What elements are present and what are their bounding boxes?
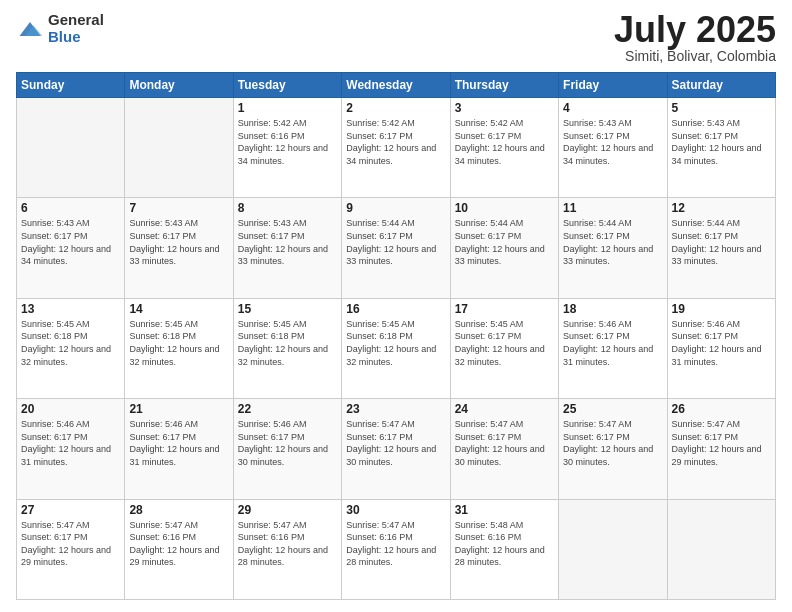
header-saturday: Saturday [667,73,775,98]
calendar-cell: 23Sunrise: 5:47 AM Sunset: 6:17 PM Dayli… [342,399,450,499]
day-number: 4 [563,101,662,115]
calendar-cell: 17Sunrise: 5:45 AM Sunset: 6:17 PM Dayli… [450,298,558,398]
day-info: Sunrise: 5:46 AM Sunset: 6:17 PM Dayligh… [672,318,771,368]
month-title: July 2025 [614,12,776,48]
logo-text: General Blue [48,12,104,45]
day-info: Sunrise: 5:43 AM Sunset: 6:17 PM Dayligh… [129,217,228,267]
calendar-cell: 24Sunrise: 5:47 AM Sunset: 6:17 PM Dayli… [450,399,558,499]
day-info: Sunrise: 5:45 AM Sunset: 6:17 PM Dayligh… [455,318,554,368]
day-number: 5 [672,101,771,115]
day-number: 29 [238,503,337,517]
day-info: Sunrise: 5:44 AM Sunset: 6:17 PM Dayligh… [672,217,771,267]
day-number: 31 [455,503,554,517]
day-info: Sunrise: 5:42 AM Sunset: 6:16 PM Dayligh… [238,117,337,167]
calendar-cell: 1Sunrise: 5:42 AM Sunset: 6:16 PM Daylig… [233,98,341,198]
day-info: Sunrise: 5:43 AM Sunset: 6:17 PM Dayligh… [21,217,120,267]
header-sunday: Sunday [17,73,125,98]
day-number: 7 [129,201,228,215]
calendar-cell: 25Sunrise: 5:47 AM Sunset: 6:17 PM Dayli… [559,399,667,499]
day-info: Sunrise: 5:44 AM Sunset: 6:17 PM Dayligh… [455,217,554,267]
day-info: Sunrise: 5:44 AM Sunset: 6:17 PM Dayligh… [346,217,445,267]
calendar-cell: 27Sunrise: 5:47 AM Sunset: 6:17 PM Dayli… [17,499,125,599]
calendar-cell: 13Sunrise: 5:45 AM Sunset: 6:18 PM Dayli… [17,298,125,398]
day-number: 14 [129,302,228,316]
header: General Blue July 2025 Simiti, Bolivar, … [16,12,776,64]
day-number: 6 [21,201,120,215]
calendar: Sunday Monday Tuesday Wednesday Thursday… [16,72,776,600]
day-info: Sunrise: 5:43 AM Sunset: 6:17 PM Dayligh… [672,117,771,167]
calendar-cell: 28Sunrise: 5:47 AM Sunset: 6:16 PM Dayli… [125,499,233,599]
day-number: 3 [455,101,554,115]
calendar-cell: 11Sunrise: 5:44 AM Sunset: 6:17 PM Dayli… [559,198,667,298]
calendar-cell: 8Sunrise: 5:43 AM Sunset: 6:17 PM Daylig… [233,198,341,298]
calendar-cell [559,499,667,599]
calendar-cell: 22Sunrise: 5:46 AM Sunset: 6:17 PM Dayli… [233,399,341,499]
day-number: 28 [129,503,228,517]
calendar-cell: 12Sunrise: 5:44 AM Sunset: 6:17 PM Dayli… [667,198,775,298]
day-info: Sunrise: 5:47 AM Sunset: 6:16 PM Dayligh… [346,519,445,569]
day-info: Sunrise: 5:43 AM Sunset: 6:17 PM Dayligh… [238,217,337,267]
title-block: July 2025 Simiti, Bolivar, Colombia [614,12,776,64]
day-number: 2 [346,101,445,115]
day-number: 15 [238,302,337,316]
calendar-cell: 29Sunrise: 5:47 AM Sunset: 6:16 PM Dayli… [233,499,341,599]
day-info: Sunrise: 5:48 AM Sunset: 6:16 PM Dayligh… [455,519,554,569]
day-info: Sunrise: 5:47 AM Sunset: 6:16 PM Dayligh… [129,519,228,569]
week-row-2: 6Sunrise: 5:43 AM Sunset: 6:17 PM Daylig… [17,198,776,298]
day-info: Sunrise: 5:45 AM Sunset: 6:18 PM Dayligh… [21,318,120,368]
day-info: Sunrise: 5:45 AM Sunset: 6:18 PM Dayligh… [238,318,337,368]
logo: General Blue [16,12,104,45]
week-row-4: 20Sunrise: 5:46 AM Sunset: 6:17 PM Dayli… [17,399,776,499]
day-info: Sunrise: 5:43 AM Sunset: 6:17 PM Dayligh… [563,117,662,167]
day-number: 27 [21,503,120,517]
header-friday: Friday [559,73,667,98]
calendar-cell: 4Sunrise: 5:43 AM Sunset: 6:17 PM Daylig… [559,98,667,198]
week-row-3: 13Sunrise: 5:45 AM Sunset: 6:18 PM Dayli… [17,298,776,398]
day-number: 11 [563,201,662,215]
day-number: 21 [129,402,228,416]
day-info: Sunrise: 5:46 AM Sunset: 6:17 PM Dayligh… [238,418,337,468]
day-info: Sunrise: 5:42 AM Sunset: 6:17 PM Dayligh… [455,117,554,167]
day-number: 20 [21,402,120,416]
calendar-cell: 31Sunrise: 5:48 AM Sunset: 6:16 PM Dayli… [450,499,558,599]
day-number: 1 [238,101,337,115]
calendar-cell [125,98,233,198]
day-number: 30 [346,503,445,517]
day-info: Sunrise: 5:42 AM Sunset: 6:17 PM Dayligh… [346,117,445,167]
day-info: Sunrise: 5:46 AM Sunset: 6:17 PM Dayligh… [563,318,662,368]
logo-blue-label: Blue [48,29,104,46]
week-row-5: 27Sunrise: 5:47 AM Sunset: 6:17 PM Dayli… [17,499,776,599]
calendar-cell: 18Sunrise: 5:46 AM Sunset: 6:17 PM Dayli… [559,298,667,398]
calendar-cell: 10Sunrise: 5:44 AM Sunset: 6:17 PM Dayli… [450,198,558,298]
day-number: 22 [238,402,337,416]
calendar-cell: 7Sunrise: 5:43 AM Sunset: 6:17 PM Daylig… [125,198,233,298]
header-tuesday: Tuesday [233,73,341,98]
day-number: 12 [672,201,771,215]
day-info: Sunrise: 5:47 AM Sunset: 6:16 PM Dayligh… [238,519,337,569]
calendar-cell: 30Sunrise: 5:47 AM Sunset: 6:16 PM Dayli… [342,499,450,599]
day-number: 18 [563,302,662,316]
calendar-cell: 3Sunrise: 5:42 AM Sunset: 6:17 PM Daylig… [450,98,558,198]
calendar-cell: 5Sunrise: 5:43 AM Sunset: 6:17 PM Daylig… [667,98,775,198]
day-info: Sunrise: 5:47 AM Sunset: 6:17 PM Dayligh… [21,519,120,569]
logo-general-label: General [48,12,104,29]
calendar-cell: 20Sunrise: 5:46 AM Sunset: 6:17 PM Dayli… [17,399,125,499]
day-number: 16 [346,302,445,316]
page: General Blue July 2025 Simiti, Bolivar, … [0,0,792,612]
day-number: 26 [672,402,771,416]
day-number: 8 [238,201,337,215]
calendar-cell: 14Sunrise: 5:45 AM Sunset: 6:18 PM Dayli… [125,298,233,398]
calendar-cell: 16Sunrise: 5:45 AM Sunset: 6:18 PM Dayli… [342,298,450,398]
day-number: 13 [21,302,120,316]
day-info: Sunrise: 5:46 AM Sunset: 6:17 PM Dayligh… [21,418,120,468]
day-number: 17 [455,302,554,316]
day-info: Sunrise: 5:46 AM Sunset: 6:17 PM Dayligh… [129,418,228,468]
header-monday: Monday [125,73,233,98]
calendar-cell: 2Sunrise: 5:42 AM Sunset: 6:17 PM Daylig… [342,98,450,198]
calendar-cell: 15Sunrise: 5:45 AM Sunset: 6:18 PM Dayli… [233,298,341,398]
calendar-cell [17,98,125,198]
weekday-header-row: Sunday Monday Tuesday Wednesday Thursday… [17,73,776,98]
day-number: 24 [455,402,554,416]
calendar-cell [667,499,775,599]
calendar-cell: 19Sunrise: 5:46 AM Sunset: 6:17 PM Dayli… [667,298,775,398]
